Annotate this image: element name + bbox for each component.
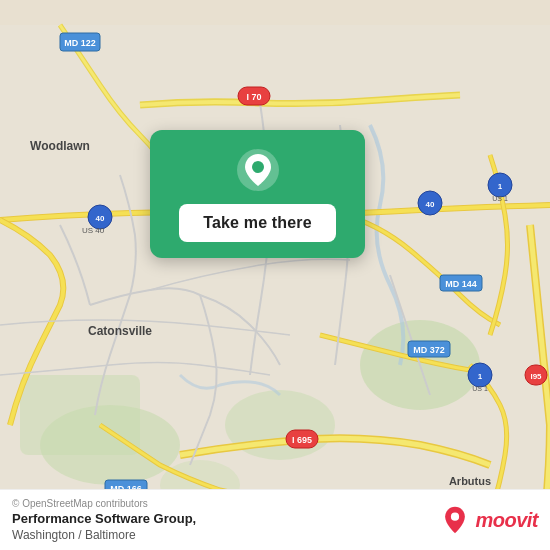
svg-text:1: 1 bbox=[498, 182, 503, 191]
bottom-left-info: © OpenStreetMap contributors Performance… bbox=[12, 498, 196, 542]
moovit-text: moovit bbox=[475, 509, 538, 532]
svg-text:MD 144: MD 144 bbox=[445, 279, 477, 289]
svg-rect-4 bbox=[20, 375, 140, 455]
popup-card: Take me there bbox=[150, 130, 365, 258]
svg-text:40: 40 bbox=[426, 200, 435, 209]
svg-text:Catonsville: Catonsville bbox=[88, 324, 152, 338]
svg-text:I 70: I 70 bbox=[246, 92, 261, 102]
bottom-bar: © OpenStreetMap contributors Performance… bbox=[0, 489, 550, 550]
take-me-there-button[interactable]: Take me there bbox=[179, 204, 336, 242]
svg-text:MD 122: MD 122 bbox=[64, 38, 96, 48]
moovit-logo: moovit bbox=[441, 506, 538, 534]
map-background: MD 122 I 70 40 40 40 US 40 MD 144 1 US 1… bbox=[0, 0, 550, 550]
company-name: Performance Software Group, bbox=[12, 511, 196, 526]
svg-text:Arbutus: Arbutus bbox=[449, 475, 491, 487]
svg-text:US 1: US 1 bbox=[472, 385, 488, 392]
svg-point-37 bbox=[252, 161, 264, 173]
attribution-text: © OpenStreetMap contributors bbox=[12, 498, 196, 509]
svg-text:US 40: US 40 bbox=[82, 226, 105, 235]
moovit-pin-icon bbox=[441, 506, 469, 534]
svg-point-38 bbox=[451, 513, 459, 521]
location-pin-icon bbox=[236, 148, 280, 192]
svg-text:Woodlawn: Woodlawn bbox=[30, 139, 90, 153]
svg-text:I 695: I 695 bbox=[292, 435, 312, 445]
svg-text:1: 1 bbox=[478, 372, 483, 381]
svg-text:40: 40 bbox=[96, 214, 105, 223]
svg-text:MD 372: MD 372 bbox=[413, 345, 445, 355]
map-container: MD 122 I 70 40 40 40 US 40 MD 144 1 US 1… bbox=[0, 0, 550, 550]
location-label: Washington / Baltimore bbox=[12, 528, 196, 542]
svg-text:I95: I95 bbox=[530, 372, 542, 381]
svg-text:US 1: US 1 bbox=[492, 195, 508, 202]
